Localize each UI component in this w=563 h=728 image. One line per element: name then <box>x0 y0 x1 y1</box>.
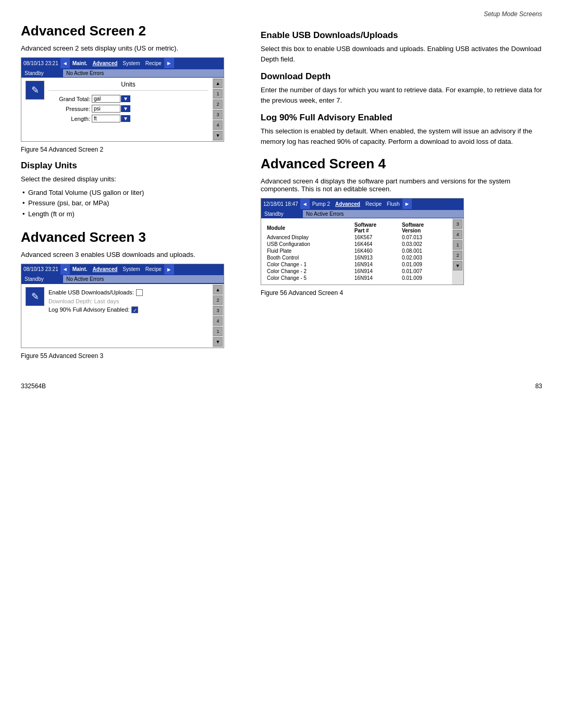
bullet-pressure: Pressure (psi, bar, or MPa) <box>21 198 245 209</box>
screen2-sidebar-4[interactable]: 4 <box>213 120 223 130</box>
screen3-nav-maint[interactable]: Maint. <box>70 265 90 273</box>
screen4-body: Module SoftwarePart # SoftwareVersion Ad… <box>261 218 463 285</box>
advanced-screen-2-title: Advanced Screen 2 <box>21 23 245 39</box>
row4-version: 0.02.003 <box>400 254 448 261</box>
advanced-screen-3-title: Advanced Screen 3 <box>21 229 245 245</box>
download-depth-text: Enter the number of days for which you w… <box>261 85 542 105</box>
row4-module: Booth Control <box>265 254 353 261</box>
screen3-log-checkbox[interactable]: ✓ <box>131 306 138 313</box>
screen2-header: 08/10/13 23:21 ◄ Maint. Advanced System … <box>21 58 224 68</box>
screen2-status-bar: Standby No Active Errors <box>21 68 224 78</box>
screen3-arrow-left[interactable]: ◄ <box>60 264 70 275</box>
page-header: Setup Mode Screens <box>21 10 542 18</box>
page-footer: 332564B 83 <box>21 382 542 390</box>
screen2-nav-system[interactable]: System <box>120 59 142 67</box>
screen3-nav: Maint. Advanced System Recipe <box>70 264 164 275</box>
screen4-mockup: 12/18/01 18:47 ◄ Pump 2 Advanced Recipe … <box>261 198 464 285</box>
screen3-sidebar-3[interactable]: 3 <box>213 306 223 315</box>
screen4-standby: Standby <box>261 210 303 218</box>
screen4-sidebar-1[interactable]: 1 <box>453 240 462 250</box>
screen2-pressure-dropdown[interactable]: ▼ <box>121 105 130 112</box>
header-text: Setup Mode Screens <box>484 10 542 18</box>
screen4-arrow-right[interactable]: ► <box>402 199 412 209</box>
right-column: Enable USB Downloads/Uploads Select this… <box>261 23 542 367</box>
screen4-arrow-left[interactable]: ◄ <box>300 199 310 209</box>
screen2-sidebar-down[interactable]: ▼ <box>213 131 223 140</box>
screen2-nav-maint[interactable]: Maint. <box>70 59 90 67</box>
screen3-depth-unit: days <box>107 298 119 304</box>
bullet-length: Length (ft or m) <box>21 209 245 220</box>
screen2-field-grandtotal: Grand Total: ▼ <box>48 95 208 103</box>
screen3-nav-advanced[interactable]: Advanced <box>90 265 120 273</box>
screen2-nav-recipe[interactable]: Recipe <box>143 59 164 67</box>
screen4-status-msg: No Active Errors <box>303 210 463 218</box>
screen3-usb-checkbox[interactable] <box>136 289 143 296</box>
screen2-units-label: Units <box>48 81 208 91</box>
screen4-sidebar-4[interactable]: 4 <box>453 230 462 239</box>
screen2-grandtotal-dropdown[interactable]: ▼ <box>121 95 130 102</box>
screen2-length-dropdown[interactable]: ▼ <box>121 115 130 122</box>
screen3-nav-system[interactable]: System <box>120 265 142 273</box>
row4-part: 16N913 <box>353 254 400 261</box>
screen2-arrow-left[interactable]: ◄ <box>60 58 70 68</box>
screen2-sidebar-2[interactable]: 2 <box>213 100 223 109</box>
row6-version: 0.01.007 <box>400 268 448 275</box>
screen3-sidebar-up[interactable]: ▲ <box>213 285 223 294</box>
table-row: Fluid Plate 16K460 0.08.001 <box>265 248 448 254</box>
screen2-nav: Maint. Advanced System Recipe <box>70 58 164 68</box>
screen2-status-msg: No Active Errors <box>63 69 224 77</box>
screen2-nav-advanced[interactable]: Advanced <box>90 59 120 67</box>
screen4-sidebar-2[interactable]: 2 <box>453 251 462 260</box>
screen2-sidebar-up[interactable]: ▲ <box>213 79 223 88</box>
screen2-sidebar-1[interactable]: 1 <box>213 89 223 98</box>
screen2-time: 08/10/13 23:21 <box>21 58 60 68</box>
screen3-content: ✎ Enable USB Downloads/Uploads: Download… <box>21 284 212 348</box>
log-advisory-title: Log 90% Full Advisory Enabled <box>261 113 542 123</box>
screen2-sidebar: ▲ 1 2 3 4 ▼ <box>212 78 224 141</box>
screen3-usb-row: Enable USB Downloads/Uploads: <box>48 289 208 296</box>
table-row: Advanced Display 16K567 0.07.013 <box>265 234 448 241</box>
table-row: Booth Control 16N913 0.02.003 <box>265 254 448 261</box>
screen4-content: Module SoftwarePart # SoftwareVersion Ad… <box>261 218 452 285</box>
row3-version: 0.08.001 <box>400 248 448 254</box>
figure55-caption: Figure 55 Advanced Screen 3 <box>21 352 245 360</box>
screen4-sidebar-down[interactable]: ▼ <box>453 261 462 270</box>
table-row: Color Change - 5 16N914 0.01.009 <box>265 275 448 281</box>
screen4-nav-advanced[interactable]: Advanced <box>333 200 363 208</box>
bullet-grandtotal: Grand Total Volume (US gallon or liter) <box>21 188 245 199</box>
screen2-icon: ✎ <box>26 81 44 100</box>
screen2-field-pressure: Pressure: ▼ <box>48 105 208 113</box>
advanced-screen-2-intro: Advanced screen 2 sets display units (US… <box>21 44 245 52</box>
screen2-grandtotal-input[interactable] <box>92 95 120 103</box>
table-row: Color Change - 2 16N914 0.01.007 <box>265 268 448 275</box>
screen4-nav-pump2[interactable]: Pump 2 <box>310 200 333 208</box>
screen2-pressure-label: Pressure: <box>48 106 90 112</box>
screen3-sidebar-2[interactable]: 2 <box>213 295 223 305</box>
screen4-nav-recipe[interactable]: Recipe <box>363 200 384 208</box>
screen3-log-label: Log 90% Full Advisory Enabled: <box>48 306 129 313</box>
screen2-sidebar-3[interactable]: 3 <box>213 110 223 119</box>
screen3-mockup: 08/10/13 23:21 ◄ Maint. Advanced System … <box>21 264 224 348</box>
screen3-nav-recipe[interactable]: Recipe <box>143 265 164 273</box>
screen2-arrow-right[interactable]: ► <box>164 58 174 68</box>
screen4-nav-flush[interactable]: Flush <box>384 200 402 208</box>
screen2-standby: Standby <box>21 69 63 77</box>
screen4-header: 12/18/01 18:47 ◄ Pump 2 Advanced Recipe … <box>261 199 463 209</box>
screen4-sidebar-3[interactable]: 3 <box>453 219 462 229</box>
screen3-sidebar-1[interactable]: 1 <box>213 327 223 336</box>
figure56-caption: Figure 56 Advanced Screen 4 <box>261 289 542 297</box>
screen3-sidebar-down[interactable]: ▼ <box>213 337 223 347</box>
enable-usb-title: Enable USB Downloads/Uploads <box>261 30 542 41</box>
screen2-pressure-input[interactable] <box>92 105 120 113</box>
screen4-table: Module SoftwarePart # SoftwareVersion Ad… <box>265 221 448 281</box>
screen2-length-label: Length: <box>48 116 90 122</box>
advanced-screen-4-intro: Advanced screen 4 displays the software … <box>261 177 542 193</box>
screen3-arrow-right[interactable]: ► <box>164 264 174 275</box>
left-column: Advanced Screen 2 Advanced screen 2 sets… <box>21 23 245 367</box>
row1-module: Advanced Display <box>265 234 353 241</box>
row5-module: Color Change - 1 <box>265 261 353 268</box>
row3-module: Fluid Plate <box>265 248 353 254</box>
screen3-sidebar-4[interactable]: 4 <box>213 316 223 326</box>
display-units-title: Display Units <box>21 161 245 171</box>
screen2-length-input[interactable] <box>92 115 120 122</box>
